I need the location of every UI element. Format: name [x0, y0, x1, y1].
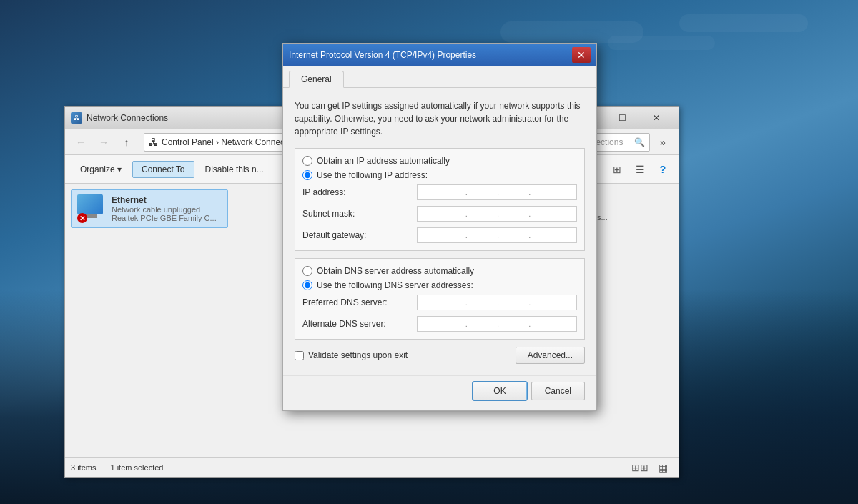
ip-address-input[interactable]: . . .: [417, 184, 577, 200]
ethernet-detail: Realtek PCIe GBE Family C...: [112, 214, 222, 222]
cloud-2: [608, 36, 715, 50]
disable-label: Disable this n...: [205, 164, 264, 174]
auto-ip-option: Obtain an IP address automatically: [302, 156, 577, 166]
subnet-mask-label: Subnet mask:: [302, 209, 417, 219]
validate-checkbox[interactable]: [295, 351, 304, 360]
validate-checkbox-container: Validate settings upon exit: [295, 350, 408, 360]
alternate-dns-input[interactable]: . . .: [417, 316, 577, 332]
validate-label: Validate settings upon exit: [308, 350, 408, 360]
cancel-button[interactable]: Cancel: [531, 382, 585, 400]
disable-button[interactable]: Disable this n...: [196, 161, 273, 178]
up-button[interactable]: ↑: [117, 133, 137, 152]
ethernet-icon: [77, 194, 103, 214]
manual-ip-label: Use the following IP address:: [317, 170, 428, 180]
status-view-2[interactable]: ▦: [653, 458, 673, 477]
dialog-content: You can get IP settings assigned automat…: [283, 88, 596, 375]
back-button[interactable]: ←: [71, 133, 91, 152]
error-badge: ✕: [77, 213, 87, 223]
manual-ip-option: Use the following IP address:: [302, 170, 577, 180]
address-icon: 🖧: [149, 137, 159, 148]
selected-count: 1 item selected: [110, 463, 163, 472]
view-list-button[interactable]: ☰: [630, 160, 650, 179]
ethernet-item[interactable]: ✕ Ethernet Network cable unplugged Realt…: [71, 189, 228, 228]
help-button[interactable]: ?: [653, 160, 673, 179]
tcpip-dialog: Internet Protocol Version 4 (TCP/IPv4) P…: [282, 43, 597, 411]
gateway-row: Default gateway: . . .: [302, 227, 577, 243]
nc-titlebar-left: 🖧 Network Connections: [71, 112, 168, 124]
item-count: 3 items: [71, 463, 96, 472]
gateway-input[interactable]: . . .: [417, 227, 577, 243]
validate-row: Validate settings upon exit Advanced...: [295, 347, 585, 364]
alternate-dns-label: Alternate DNS server:: [302, 319, 417, 329]
manual-dns-option: Use the following DNS server addresses:: [302, 280, 577, 290]
manual-dns-radio[interactable]: [302, 280, 312, 290]
view-details-button[interactable]: ⊞: [607, 160, 627, 179]
dialog-title: Internet Protocol Version 4 (TCP/IPv4) P…: [289, 50, 476, 60]
dialog-buttons: OK Cancel: [283, 375, 596, 410]
search-icon: 🔍: [634, 137, 645, 147]
ip-address-label: IP address:: [302, 187, 417, 197]
view-toggle: ⊞⊞ ▦: [630, 458, 673, 477]
auto-ip-label: Obtain an IP address automatically: [317, 156, 450, 166]
tab-general[interactable]: General: [289, 71, 344, 88]
alternate-dns-row: Alternate DNS server: . . .: [302, 316, 577, 332]
dialog-close-button[interactable]: ✕: [572, 47, 591, 63]
ethernet-icon-container: ✕: [77, 194, 106, 223]
subnet-mask-row: Subnet mask: . . .: [302, 206, 577, 222]
close-button[interactable]: ✕: [640, 108, 673, 128]
dns-section: Obtain DNS server address automatically …: [295, 258, 585, 340]
ok-button[interactable]: OK: [473, 382, 526, 400]
view-buttons: ⊞ ☰ ?: [607, 160, 673, 179]
preferred-dns-label: Preferred DNS server:: [302, 297, 417, 307]
dialog-tabs: General: [283, 66, 596, 88]
desktop: 🖧 Network Connections − ☐ ✕ ← → ↑ 🖧 Cont…: [0, 0, 858, 504]
connect-to-label: Connect To: [142, 164, 185, 174]
organize-label: Organize ▾: [80, 164, 122, 174]
manual-ip-radio[interactable]: [302, 170, 312, 180]
dialog-titlebar: Internet Protocol Version 4 (TCP/IPv4) P…: [283, 44, 596, 66]
status-view-1[interactable]: ⊞⊞: [630, 458, 650, 477]
preferred-dns-row: Preferred DNS server: . . .: [302, 295, 577, 310]
forward-button[interactable]: →: [94, 133, 114, 152]
nc-window-title: Network Connections: [87, 113, 168, 123]
ethernet-info: Ethernet Network cable unplugged Realtek…: [112, 195, 222, 222]
preferred-dns-input[interactable]: . . .: [417, 295, 577, 310]
ethernet-status: Network cable unplugged: [112, 205, 222, 214]
auto-dns-label: Obtain DNS server address automatically: [317, 266, 474, 276]
auto-dns-radio[interactable]: [302, 266, 312, 276]
ethernet-name: Ethernet: [112, 195, 222, 205]
network-connections-icon: 🖧: [71, 112, 82, 124]
ip-section: Obtain an IP address automatically Use t…: [295, 148, 585, 251]
advanced-button[interactable]: Advanced...: [516, 347, 585, 364]
organize-button[interactable]: Organize ▾: [71, 161, 131, 178]
connect-to-button[interactable]: Connect To: [132, 161, 194, 178]
subnet-mask-input[interactable]: . . .: [417, 206, 577, 222]
nc-status-bar: 3 items 1 item selected ⊞⊞ ▦: [65, 457, 679, 477]
manual-dns-label: Use the following DNS server addresses:: [317, 280, 473, 290]
view-options-button[interactable]: »: [653, 133, 673, 152]
maximize-button[interactable]: ☐: [606, 108, 638, 128]
dialog-description: You can get IP settings assigned automat…: [295, 99, 585, 138]
cloud-3: [679, 14, 808, 32]
auto-ip-radio[interactable]: [302, 156, 312, 166]
auto-dns-option: Obtain DNS server address automatically: [302, 266, 577, 276]
ip-address-row: IP address: . . .: [302, 184, 577, 200]
address-text: Control Panel › Network Connections: [162, 137, 302, 147]
gateway-label: Default gateway:: [302, 230, 417, 240]
